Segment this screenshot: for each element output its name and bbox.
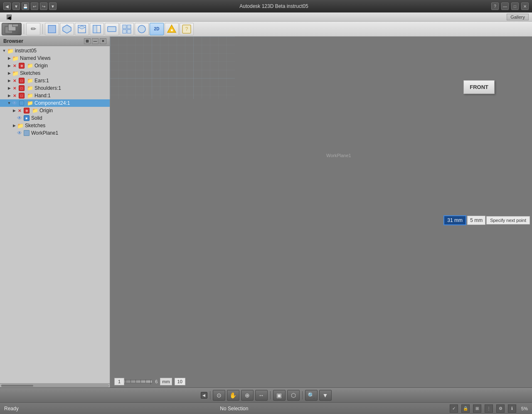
gallery-button[interactable]: Gallery	[507, 14, 529, 20]
scrollbar-thumb[interactable]	[1, 385, 33, 387]
app-title: Autodesk 123D Beta instruct05	[57, 3, 491, 9]
dimension-prompt: Specify next point	[486, 216, 530, 224]
redo-button[interactable]: ↪	[40, 2, 47, 10]
front-view-button[interactable]	[45, 23, 59, 35]
status-settings-icon[interactable]: ⚙	[496, 404, 505, 413]
viewport[interactable]: WorkPlane1 FRONT 5 mm Specify next point…	[110, 37, 532, 387]
tree-label-origin2: Origin	[39, 108, 53, 113]
bt-start-btn[interactable]: ◀	[201, 392, 207, 399]
perspective-button[interactable]	[105, 23, 119, 35]
tree-label-shoulders1: Shoulders:1	[34, 85, 61, 91]
tree-label-solid: Solid	[31, 115, 42, 121]
browser-icon-btn[interactable]: ⊞	[84, 38, 91, 44]
tree-item-workplane1[interactable]: ▶ 👁 WorkPlane1	[0, 129, 110, 137]
tree-item-solid[interactable]: ▶ 👁 ■ Solid	[0, 114, 110, 122]
quick-access-button[interactable]: ▼	[12, 2, 20, 10]
tree-label-root: instruct05	[15, 48, 37, 54]
help-button[interactable]: ?	[491, 2, 499, 10]
extra-button[interactable]: ▼	[49, 2, 57, 10]
save-button[interactable]: 💾	[22, 2, 29, 10]
workplane-label: WorkPlane1	[326, 153, 351, 158]
tree-expand-named-views[interactable]: ▶	[7, 56, 12, 61]
component-icon-ears1: □	[18, 78, 25, 84]
tree-expand-origin2[interactable]: ▶	[12, 108, 17, 113]
side-view-button[interactable]	[90, 23, 104, 35]
2d-view-button[interactable]: 2D	[150, 23, 164, 35]
svg-rect-9	[108, 27, 116, 32]
minimize-button[interactable]: —	[501, 2, 509, 10]
tree-item-root[interactable]: ▼ 📁 instruct05	[0, 47, 110, 54]
render-button[interactable]: ?	[180, 23, 194, 35]
display-mode-button[interactable]	[135, 23, 149, 35]
measure-tool-button[interactable]: ⬡	[287, 390, 300, 401]
tree-item-origin[interactable]: ▶ ✕ ⊕ 📁 Origin	[0, 62, 110, 69]
scrollbar-track[interactable]	[1, 384, 109, 387]
tree-item-ears1[interactable]: ▶ ✕ □ 📁 Ears:1	[0, 77, 110, 84]
tree-expand-sketches[interactable]: ▶	[7, 71, 12, 76]
vis-icon-solid: 👁	[17, 115, 22, 121]
sketch-mode-button[interactable]: ★	[165, 23, 179, 35]
tree-label-sketches: Sketches	[20, 70, 40, 76]
tree-item-named-views[interactable]: ▶ 📁 Named Views	[0, 54, 110, 62]
browser-tree: ▼ 📁 instruct05 ▶ 📁 Named Views ▶ ✕ ⊕ 📁	[0, 46, 110, 383]
tree-expand-ears1[interactable]: ▶	[7, 78, 12, 83]
app-menu-button[interactable]: ◀	[3, 2, 11, 10]
browser-minimize-btn[interactable]: —	[92, 38, 99, 44]
status-grid-icon[interactable]: ⊞	[473, 404, 481, 413]
status-info-icon[interactable]: ℹ	[508, 404, 516, 413]
tree-expand-root[interactable]: ▼	[2, 48, 7, 53]
pencil-tool-button[interactable]: ✏	[26, 23, 40, 35]
fit-tool-button[interactable]: ↔	[255, 390, 268, 401]
status-snap-icon[interactable]: ⋮	[485, 404, 493, 413]
svg-rect-3	[48, 25, 56, 33]
browser-scrollbar[interactable]	[0, 383, 110, 387]
undo-button[interactable]: ↩	[31, 2, 38, 10]
bt-sep-1	[210, 391, 210, 399]
vis-icon-workplane1: 👁	[17, 130, 22, 136]
orbit-tool-button[interactable]: ⊙	[213, 390, 225, 401]
tree-item-shoulders1[interactable]: ▶ ✕ □ 📁 Shoulders:1	[0, 84, 110, 92]
tree-label-component24: Component24:1	[34, 100, 70, 106]
ruler-bottom-val: 1	[114, 378, 124, 385]
gallery-arrow-left[interactable]: ◀	[7, 15, 12, 20]
svg-rect-12	[123, 30, 126, 33]
pan-tool-button[interactable]: ✋	[227, 390, 239, 401]
tree-item-component24[interactable]: ▼ 👁 📁 Component24:1	[0, 99, 110, 107]
split-view-button[interactable]	[120, 23, 134, 35]
dimension-value-input[interactable]	[443, 215, 466, 225]
close-button[interactable]: ✕	[521, 2, 529, 10]
tree-item-hand1[interactable]: ▶ ✕ □ 📁 Hand:1	[0, 92, 110, 99]
tree-expand-shoulders1[interactable]: ▶	[7, 86, 12, 91]
status-check-icon[interactable]: ✓	[450, 404, 458, 413]
svg-rect-13	[127, 30, 131, 33]
dimension-second-label: 5 mm	[467, 216, 485, 225]
svg-rect-20	[110, 37, 235, 99]
select-tool-button[interactable]: ▣	[273, 390, 286, 401]
iso-view-button[interactable]	[60, 23, 74, 35]
zoom-tool-button[interactable]: ⊕	[241, 390, 254, 401]
svg-rect-2	[12, 24, 18, 27]
svg-rect-8	[93, 25, 97, 33]
tree-expand-origin[interactable]: ▶	[7, 63, 12, 68]
tree-item-origin2[interactable]: ▶ ✕ ⊕ 📁 Origin	[0, 107, 110, 114]
magnify-tool-button[interactable]: 🔍	[305, 390, 318, 401]
titlebar-left: ◀ ▼ 💾 ↩ ↪ ▼	[3, 2, 57, 10]
svg-point-14	[138, 25, 145, 33]
folder-icon-sketches: 📁	[12, 70, 19, 76]
status-lock-icon[interactable]: 🔒	[461, 404, 470, 413]
tree-expand-hand1[interactable]: ▶	[7, 93, 12, 98]
vis-icon-ears1: ✕	[12, 78, 17, 84]
maximize-button[interactable]: □	[511, 2, 519, 10]
tree-item-sketches2[interactable]: ▶ 📁 Sketches	[0, 122, 110, 129]
dropdown-btn[interactable]: ▼	[319, 390, 332, 401]
browser-close-btn[interactable]: ✕	[100, 38, 106, 44]
tree-expand-component24[interactable]: ▼	[7, 101, 12, 106]
tree-expand-sketches2[interactable]: ▶	[12, 123, 17, 128]
view-cube-button[interactable]	[2, 23, 22, 35]
top-view-button[interactable]	[75, 23, 89, 35]
browser-title: Browser	[3, 38, 23, 44]
tree-label-ears1: Ears:1	[34, 78, 49, 84]
tree-item-sketches[interactable]: ▶ 📁 Sketches	[0, 69, 110, 77]
status-right-area: ✓ 🔒 ⊞ ⋮ ⚙ ℹ 5%	[450, 404, 528, 413]
browser-panel: Browser ⊞ — ✕ ▼ 📁 instruct05 ▶ 📁 Named V…	[0, 37, 110, 387]
